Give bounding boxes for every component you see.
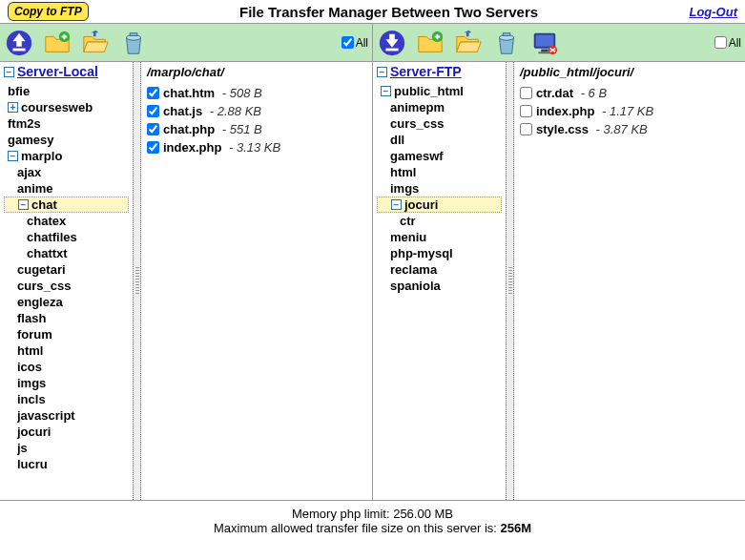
tree-folder[interactable]: chattxt	[4, 245, 129, 261]
tree-folder[interactable]: javascript	[4, 407, 129, 424]
open-folder-icon[interactable]	[453, 28, 484, 58]
folder-label: engleza	[17, 295, 63, 309]
disconnect-icon[interactable]	[529, 28, 560, 58]
file-checkbox[interactable]	[520, 87, 532, 99]
tree-folder[interactable]: incls	[4, 391, 129, 407]
file-checkbox[interactable]	[147, 105, 159, 117]
tree-folder[interactable]: ftm2s	[4, 115, 129, 132]
tree-folder[interactable]: imgs	[4, 375, 129, 391]
tree-folder[interactable]: chatfiles	[4, 229, 129, 245]
folder-label: curs_css	[390, 116, 444, 131]
folder-label: cugetari	[17, 262, 66, 277]
folder-label: ctr	[400, 214, 416, 228]
file-name[interactable]: chat.htm	[163, 86, 215, 100]
panel-local: All−Server-Localbfie+courseswebftm2sgame…	[0, 24, 373, 500]
file-checkbox[interactable]	[147, 87, 159, 99]
tree-folder[interactable]: spaniola	[377, 278, 502, 294]
folder-label: imgs	[17, 376, 46, 390]
copy-to-ftp-button[interactable]: Copy to FTP	[8, 2, 89, 21]
trash-icon[interactable]	[118, 28, 149, 58]
open-folder-icon[interactable]	[80, 28, 111, 58]
collapse-icon[interactable]: −	[391, 199, 402, 210]
upload-icon[interactable]	[4, 28, 34, 58]
select-all-checkbox[interactable]	[714, 36, 727, 49]
splitter[interactable]	[507, 62, 514, 500]
file-name[interactable]: index.php	[536, 104, 594, 118]
tree-folder[interactable]: forum	[4, 326, 129, 342]
select-all-label[interactable]: All	[714, 36, 741, 50]
file-name[interactable]: chat.js	[163, 104, 202, 118]
file-row: ctr.dat - 6 B	[520, 84, 739, 102]
file-name[interactable]: ctr.dat	[536, 86, 573, 100]
collapse-icon[interactable]: −	[8, 151, 18, 161]
tree-folder[interactable]: curs_css	[4, 278, 129, 294]
tree-folder[interactable]: reclama	[377, 261, 502, 278]
logout-link[interactable]: Log-Out	[689, 5, 737, 19]
folder-label: forum	[17, 327, 52, 342]
tree-folder[interactable]: html	[377, 164, 502, 180]
file-name[interactable]: index.php	[163, 140, 221, 155]
tree-folder[interactable]: −marplo	[4, 148, 129, 164]
folder-label: html	[17, 343, 43, 358]
file-checkbox[interactable]	[520, 123, 532, 135]
server-link[interactable]: Server-Local	[17, 64, 98, 79]
splitter[interactable]	[134, 62, 141, 500]
folder-tree: −public_htmlanimepmcurs_cssdllgameswfhtm…	[373, 81, 506, 500]
file-size: - 1.17 KB	[598, 104, 653, 118]
tree-folder[interactable]: jocuri	[4, 424, 129, 440]
tree-folder[interactable]: gamesy	[4, 132, 129, 148]
tree-folder[interactable]: ajax	[4, 164, 129, 180]
tree-folder[interactable]: dll	[377, 132, 502, 148]
collapse-icon[interactable]: −	[377, 67, 387, 77]
svg-rect-6	[385, 48, 398, 51]
collapse-icon[interactable]: −	[381, 86, 391, 96]
select-all-label[interactable]: All	[341, 36, 368, 50]
file-checkbox[interactable]	[520, 105, 532, 117]
footer-info: Memory php limit: 256.00 MB Maximum allo…	[0, 501, 745, 541]
tree-folder[interactable]: anime	[4, 180, 129, 197]
file-name[interactable]: style.css	[536, 122, 589, 136]
tree-folder[interactable]: php-mysql	[377, 245, 502, 261]
expand-icon[interactable]: +	[8, 102, 18, 113]
tree-folder[interactable]: gameswf	[377, 148, 502, 164]
tree-folder[interactable]: bfie	[4, 83, 129, 99]
tree-folder[interactable]: chatex	[4, 213, 129, 229]
tree-folder[interactable]: −public_html	[377, 83, 502, 99]
collapse-icon[interactable]: −	[4, 67, 14, 77]
folder-label: jocuri	[404, 197, 438, 212]
file-row: chat.js - 2.88 KB	[147, 102, 366, 120]
tree-folder[interactable]: +coursesweb	[4, 99, 129, 115]
file-checkbox[interactable]	[147, 141, 159, 154]
folder-label: javascript	[17, 408, 75, 423]
tree-folder[interactable]: −chat	[4, 197, 129, 213]
path-bar: /public_html/jocuri/	[514, 62, 745, 82]
folder-label: flash	[17, 311, 46, 325]
tree-folder[interactable]: animepm	[377, 99, 502, 115]
tree-folder[interactable]: imgs	[377, 180, 502, 197]
select-all-checkbox[interactable]	[341, 36, 354, 49]
trash-icon[interactable]	[491, 28, 522, 58]
tree-folder[interactable]: meniu	[377, 229, 502, 245]
folder-label: coursesweb	[21, 100, 93, 114]
tree-folder[interactable]: lucru	[4, 456, 129, 472]
tree-folder[interactable]: ctr	[377, 213, 502, 229]
file-name[interactable]: chat.php	[163, 122, 215, 136]
tree-folder[interactable]: js	[4, 440, 129, 456]
server-link[interactable]: Server-FTP	[390, 64, 462, 79]
tree-folder[interactable]: curs_css	[377, 115, 502, 132]
folder-label: imgs	[390, 181, 419, 196]
tree-folder[interactable]: −jocuri	[377, 197, 502, 213]
collapse-icon[interactable]: −	[18, 199, 29, 210]
new-folder-icon[interactable]	[415, 28, 445, 58]
folder-label: ajax	[17, 165, 41, 179]
file-checkbox[interactable]	[147, 123, 159, 135]
folder-label: php-mysql	[390, 246, 453, 260]
tree-folder[interactable]: html	[4, 342, 129, 359]
tree-folder[interactable]: flash	[4, 310, 129, 326]
file-list: ctr.dat - 6 Bindex.php - 1.17 KBstyle.cs…	[514, 82, 745, 500]
tree-folder[interactable]: cugetari	[4, 261, 129, 278]
tree-folder[interactable]: engleza	[4, 294, 129, 310]
new-folder-icon[interactable]	[42, 28, 72, 58]
tree-folder[interactable]: icos	[4, 359, 129, 375]
upload-icon[interactable]	[377, 28, 407, 58]
